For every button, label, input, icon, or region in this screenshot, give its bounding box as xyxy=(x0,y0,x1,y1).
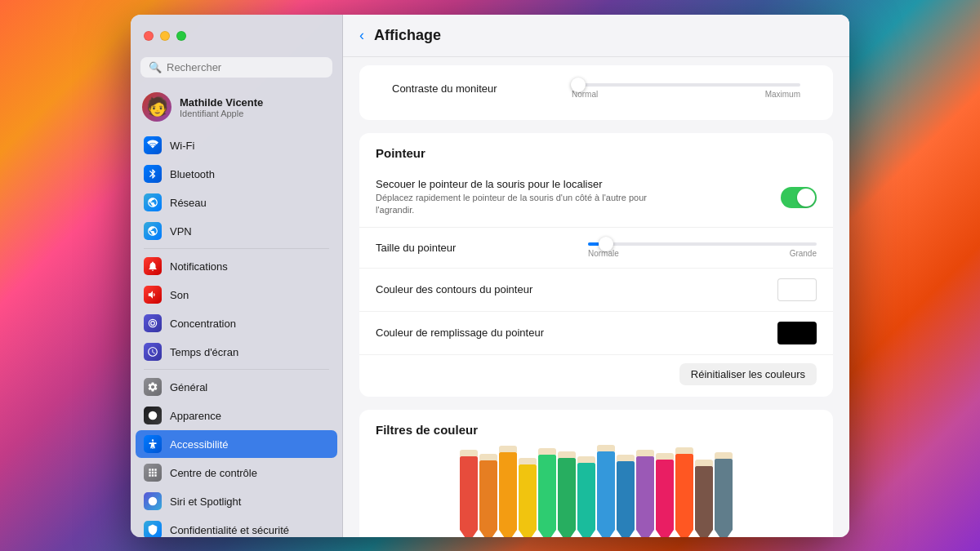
wifi-icon xyxy=(144,136,162,154)
sidebar-item-accessibilite[interactable]: Accessibilité xyxy=(136,430,337,458)
taille-label: Taille du pointeur xyxy=(376,242,456,254)
remplissage-color-picker[interactable] xyxy=(777,322,817,344)
pencil-cap xyxy=(636,450,654,456)
back-button[interactable]: ‹ xyxy=(359,27,364,44)
pencil-cap xyxy=(460,450,478,456)
user-subtitle: Identifiant Apple xyxy=(180,109,263,118)
accessibilite-icon xyxy=(144,435,162,453)
sidebar-item-bluetooth[interactable]: Bluetooth xyxy=(136,160,337,188)
pencil-tip xyxy=(499,530,517,537)
content-area: Contraste du moniteur Normal Maximum xyxy=(343,57,849,537)
sidebar-item-siri[interactable]: Siri et Spotlight xyxy=(136,487,337,515)
search-input[interactable] xyxy=(167,61,324,73)
pencil-body xyxy=(597,451,615,530)
titlebar xyxy=(131,15,342,57)
contours-color-picker[interactable] xyxy=(777,278,817,301)
sidebar-item-vpn[interactable]: VPN xyxy=(136,217,337,245)
concentration-icon xyxy=(144,314,162,332)
pencils-container xyxy=(359,445,833,537)
secouer-label-group: Secouer le pointeur de la souris pour le… xyxy=(376,178,781,217)
main-header: ‹ Affichage xyxy=(343,15,849,57)
sidebar-item-centre[interactable]: Centre de contrôle xyxy=(136,459,337,487)
secouer-toggle[interactable] xyxy=(781,187,817,208)
secouer-row: Secouer le pointeur de la souris pour le… xyxy=(359,168,833,228)
pencil xyxy=(558,451,576,537)
sidebar-item-confidentialite[interactable]: Confidentialité et sécurité xyxy=(136,516,337,537)
sidebar-label-concentration: Concentration xyxy=(170,318,236,330)
pencil-body xyxy=(656,460,674,530)
contraste-thumb[interactable] xyxy=(571,78,586,92)
secouer-label: Secouer le pointeur de la souris pour le… xyxy=(376,178,781,190)
taille-fill xyxy=(588,242,599,246)
sidebar-item-wifi[interactable]: Wi-Fi xyxy=(136,131,337,159)
sidebar-label-siri: Siri et Spotlight xyxy=(170,495,241,508)
maximize-button[interactable] xyxy=(176,31,186,41)
pencil-body xyxy=(577,463,595,530)
pencil-tip xyxy=(597,530,615,537)
apparence-icon xyxy=(144,407,162,424)
pencil-tip xyxy=(577,530,595,537)
taille-thumb[interactable] xyxy=(599,237,613,251)
sidebar-item-general[interactable]: Général xyxy=(136,373,337,401)
main-window: 🔍 🧑 Mathilde Vicente Identifiant Apple W… xyxy=(131,15,849,537)
sidebar-item-notifications[interactable]: Notifications xyxy=(136,252,337,280)
sidebar-item-apparence[interactable]: Apparence xyxy=(136,402,337,429)
close-button[interactable] xyxy=(144,31,154,41)
pencil-tip xyxy=(715,530,733,537)
pencil xyxy=(460,450,478,537)
pencil-body xyxy=(715,459,733,530)
sidebar-label-reseau: Réseau xyxy=(170,197,207,209)
sidebar-item-reseau[interactable]: Réseau xyxy=(136,189,337,216)
reset-colors-button[interactable]: Réinitialiser les couleurs xyxy=(679,363,817,385)
contraste-slider[interactable]: Normal Maximum xyxy=(572,78,800,99)
general-icon xyxy=(144,378,162,396)
minimize-button[interactable] xyxy=(160,31,170,41)
search-bar[interactable]: 🔍 xyxy=(140,57,332,78)
sidebar-label-confidentialite: Confidentialité et sécurité xyxy=(170,524,289,536)
sidebar-item-temps[interactable]: Temps d'écran xyxy=(136,338,337,366)
contraste-track xyxy=(572,83,800,87)
contours-label: Couleur des contours du pointeur xyxy=(376,283,532,295)
contours-row: Couleur des contours du pointeur xyxy=(359,269,833,312)
pencil-tip xyxy=(460,530,478,537)
main-content: ‹ Affichage Contraste du moniteur Normal xyxy=(343,15,849,537)
sidebar-label-wifi: Wi-Fi xyxy=(170,140,194,152)
sidebar-label-vpn: VPN xyxy=(170,225,192,238)
pencil-tip xyxy=(656,530,674,537)
avatar: 🧑 xyxy=(142,92,172,122)
pencil xyxy=(715,452,733,537)
contraste-labels: Normal Maximum xyxy=(572,90,800,99)
reset-row: Réinitialiser les couleurs xyxy=(359,355,833,397)
filtres-section: Filtres de couleur xyxy=(359,410,833,537)
pencil xyxy=(479,454,497,537)
reseau-icon xyxy=(144,193,162,211)
taille-max: Grande xyxy=(790,249,817,258)
sidebar-label-accessibilite: Accessibilité xyxy=(170,438,229,451)
pencil-tip xyxy=(617,530,635,537)
pencil-body xyxy=(675,454,693,530)
pencil xyxy=(656,453,674,537)
notifications-icon xyxy=(144,257,162,275)
pencil-cap xyxy=(479,454,497,460)
pencil-tip xyxy=(538,530,556,537)
pencil-cap xyxy=(499,446,517,452)
contraste-row: Contraste du moniteur Normal Maximum xyxy=(376,69,817,109)
pencil-cap xyxy=(597,445,615,451)
pencil-body xyxy=(499,452,517,530)
sidebar-label-general: Général xyxy=(170,381,207,393)
taille-slider[interactable]: Normale Grande xyxy=(588,238,817,258)
pencil xyxy=(577,456,595,537)
pencil-body xyxy=(479,460,497,530)
sidebar-label-centre: Centre de contrôle xyxy=(170,467,257,479)
pencil xyxy=(617,455,635,537)
filtres-title: Filtres de couleur xyxy=(359,410,833,445)
taille-labels: Normale Grande xyxy=(588,249,817,258)
user-profile[interactable]: 🧑 Mathilde Vicente Identifiant Apple xyxy=(131,86,342,131)
sidebar-item-son[interactable]: Son xyxy=(136,281,337,309)
pencil-tip xyxy=(636,530,654,537)
divider-2 xyxy=(144,369,329,370)
pencil-cap xyxy=(656,453,674,460)
confidentialite-icon xyxy=(144,521,162,537)
page-title: Affichage xyxy=(374,27,441,44)
sidebar-item-concentration[interactable]: Concentration xyxy=(136,309,337,337)
